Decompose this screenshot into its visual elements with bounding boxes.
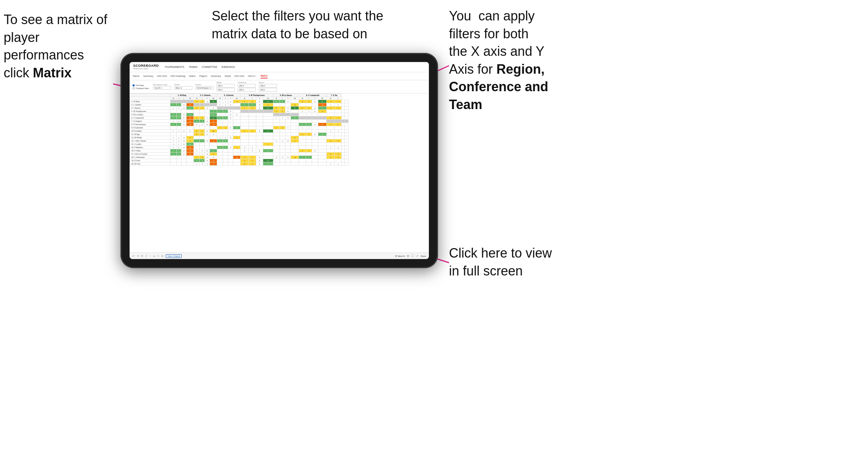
cell-dif [291, 143, 299, 146]
subnav-h2h-grid2[interactable]: H2H Grid [234, 74, 244, 78]
zoom-minus-icon[interactable]: − [149, 255, 151, 257]
cell-dif: 24 [210, 116, 217, 120]
refresh-icon[interactable]: ↻ [141, 255, 143, 258]
region-select1[interactable]: N/A ▾ [216, 84, 235, 88]
cell-dif [318, 113, 327, 116]
cell-w [194, 146, 200, 149]
cell-l [176, 159, 181, 162]
cell-t [256, 153, 263, 156]
cell-l [280, 123, 285, 126]
region-label: Region [216, 82, 235, 84]
bottom-toolbar: ↩ ↪ ↻ ⤴ − ▭ + ⊙ View: Original 👁 Watch ▾… [130, 252, 429, 259]
watch-label[interactable]: 👁 Watch ▾ [395, 255, 405, 257]
cell-dif [291, 123, 299, 126]
cell-w: 1 [217, 113, 223, 116]
region-select2[interactable]: N/A ▾ [216, 88, 235, 92]
cell-t [285, 133, 291, 136]
cell-t: 0 [256, 159, 263, 162]
cell-dif [318, 116, 327, 120]
gender-select[interactable]: Men's ▾ [174, 86, 192, 90]
cell-dif: -48 [187, 123, 194, 126]
nav-committee[interactable]: COMMITTEE [202, 65, 217, 69]
table-row: 17. S De La Fuente200-20110-802 [130, 153, 349, 156]
nav-tournaments[interactable]: TOURNAMENTS [165, 65, 184, 69]
cell-t [342, 107, 345, 110]
cell-dif [318, 139, 327, 143]
undo-icon[interactable]: ↩ [132, 255, 135, 258]
sh-d5: Dif [291, 97, 299, 100]
subnav-detail[interactable]: Detail [224, 74, 231, 78]
cell-w [217, 156, 223, 159]
nav-rankings[interactable]: RANKINGS [222, 65, 235, 69]
subnav-matrix-active[interactable]: Matrix [261, 74, 268, 78]
settings-icon[interactable]: ⊙ [161, 255, 164, 258]
cell-l: 2 [176, 120, 181, 123]
grid-icon[interactable]: ⊞ [407, 255, 409, 258]
cell-dif [345, 116, 349, 120]
share-small-icon[interactable]: ⤴ [146, 255, 147, 257]
cell-t: 0 [205, 123, 210, 126]
subnav-h2h-h[interactable]: H2H H... [248, 74, 257, 78]
players-select1[interactable]: (All) ▾ [259, 84, 277, 88]
cell-t [285, 130, 291, 133]
cell-l: 1 [335, 162, 342, 166]
share-button[interactable]: ↗ [416, 255, 418, 258]
cell-dif [318, 156, 327, 159]
sh-l7: L [335, 97, 342, 100]
cell-t [312, 130, 318, 133]
cell-dif [291, 146, 299, 149]
sh-w4: W [240, 97, 249, 100]
division-select[interactable]: NCAA Division I ▾ [195, 86, 214, 90]
view-options: Full View Compact View [132, 84, 149, 89]
app-logo: SCOREBOARD Powered by clippd [133, 64, 159, 70]
cell-dif [345, 146, 349, 149]
cell-t [342, 110, 345, 113]
cell-dif [233, 133, 240, 136]
view-original-label[interactable]: View: Original [166, 254, 182, 258]
subnav-h2h-grid[interactable]: H2H Grid [157, 74, 167, 78]
cell-l: 1 [280, 126, 285, 130]
table-row: 20. M Ford331-11010711 [130, 162, 349, 166]
conference-select1[interactable]: (All) ▾ [238, 84, 256, 88]
cell-dif [291, 159, 299, 162]
redo-icon[interactable]: ↪ [137, 255, 139, 258]
zoom-plus-icon[interactable]: + [158, 255, 159, 257]
cell-w: 1 [194, 156, 200, 159]
compact-view-option[interactable]: Compact View [132, 87, 149, 89]
cell-t [312, 156, 318, 159]
subnav-players[interactable]: Players [199, 74, 207, 78]
share-label[interactable]: Share [420, 255, 426, 257]
cell-t [256, 143, 263, 146]
cell-t: 0 [285, 110, 291, 113]
cell-t: 0 [228, 126, 233, 130]
players-select2[interactable]: (All) ▾ [259, 88, 277, 92]
cell-l: 1 [200, 139, 205, 143]
subnav-h2h-heatmap[interactable]: H2H Heatmap [170, 74, 185, 78]
cell-t [312, 113, 318, 116]
cell-w [217, 159, 223, 162]
subnav-summary[interactable]: Summary [143, 74, 153, 78]
cell-l: 2 [200, 100, 205, 103]
cell-w: 0 [194, 107, 200, 110]
subnav-summary2[interactable]: Summary [211, 74, 221, 78]
zoom-box-icon[interactable]: ▭ [153, 255, 155, 258]
nav-teams[interactable]: TEAMS [189, 65, 197, 69]
cell-w: 0 [327, 100, 335, 103]
cell-w: 1 [299, 126, 306, 130]
conference-select2[interactable]: (All) ▾ [238, 88, 256, 92]
subnav-matrix[interactable]: Matrix [189, 74, 196, 78]
cell-dif [318, 126, 327, 130]
cell-w [170, 133, 176, 136]
cell-dif [263, 123, 273, 126]
max-players-select[interactable]: Top 25 ▾ [153, 86, 171, 90]
col-header-1: 1. W Ding [170, 94, 194, 97]
cell-l [200, 143, 205, 146]
fullscreen-icon[interactable]: ⛶ [411, 255, 414, 257]
compact-view-radio[interactable] [132, 87, 135, 89]
cell-l [176, 162, 181, 166]
subnav-teams[interactable]: Teams [132, 74, 139, 78]
cell-w [273, 162, 280, 166]
cell-w: 2 [240, 146, 249, 149]
full-view-radio[interactable] [132, 84, 135, 86]
full-view-option[interactable]: Full View [132, 84, 149, 86]
